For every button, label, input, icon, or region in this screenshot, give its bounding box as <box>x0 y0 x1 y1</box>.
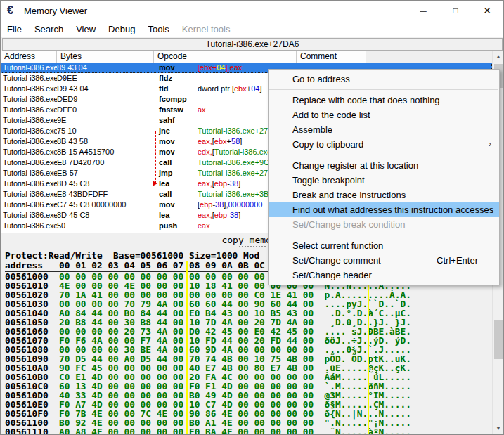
context-menu-item[interactable]: Add to the code list <box>269 108 499 122</box>
disasm-operands: Tutorial-i386.exe+3B10 <box>198 189 278 200</box>
operand-segment: eax, <box>198 137 212 145</box>
disasm-operands: Tutorial-i386.exe+27E <box>198 168 273 178</box>
disasm-bytes-cell: E8 7D420700 <box>57 157 155 168</box>
close-button[interactable]: ✕ <box>471 1 503 21</box>
disasm-mnemonic: mov <box>159 136 197 147</box>
context-menu-item[interactable]: Toggle breakpoint <box>269 173 499 188</box>
context-menu-item[interactable]: Go to address <box>269 72 499 86</box>
context-menu-item[interactable]: Assemble <box>269 122 499 137</box>
operand-segment: ebp <box>214 179 227 188</box>
disasm-mnemonic: fldz <box>159 73 197 84</box>
menu-shortcut: Ctrl+Enter <box>437 253 478 268</box>
operand-segment: 04 <box>251 84 259 93</box>
menu-item-debug[interactable]: Debug <box>102 22 141 37</box>
disasm-mnemonic: push <box>159 221 197 231</box>
disasm-mnemonic: lea <box>159 210 197 221</box>
disasm-mnemonic: fnstsw <box>159 105 197 115</box>
disasm-bytes-cell: 8B 15 A4515700 <box>57 147 155 157</box>
disasm-address-cell: Tutorial-i386.exe <box>3 200 57 210</box>
menu-item-kernel-tools: Kernel tools <box>176 22 237 37</box>
disasm-operands: Tutorial-i386.exe+9C04 <box>198 157 278 168</box>
submenu-arrow-icon: › <box>489 137 491 152</box>
splitter-grip[interactable] <box>239 246 266 247</box>
operand-segment: [ebx+ <box>198 63 217 72</box>
disasm-operands: eax,[ebx+58] <box>198 136 242 147</box>
menu-item-view[interactable]: View <box>70 22 102 37</box>
operand-segment: 04 <box>217 63 225 72</box>
operand-segment: ],eax <box>225 63 242 72</box>
disasm-mnemonic: call <box>159 157 197 168</box>
disasm-operands: eax <box>198 221 210 231</box>
context-menu-item[interactable]: Set/Change commentCtrl+Enter <box>269 253 499 268</box>
column-header-comment: Comment <box>297 51 366 63</box>
disasm-bytes-cell: 89 43 04 <box>57 63 155 73</box>
operand-segment: Tutorial-i386.exe+9C04 <box>198 158 278 167</box>
column-header-opcode: Opcode <box>154 51 297 63</box>
context-menu-item[interactable]: Find out what addresses this instruction… <box>269 202 499 217</box>
ascii-group-separator-line <box>368 261 369 435</box>
disasm-operands: [ebp-38],00000000 <box>198 200 262 210</box>
operand-segment: Tutorial-i386.exe+27E <box>198 169 273 177</box>
column-header-bytes: Bytes <box>57 51 154 63</box>
disasm-mnemonic: jmp <box>159 168 197 178</box>
operand-segment: ebp <box>214 211 227 219</box>
operand-segment: ebp <box>200 200 212 209</box>
disasm-address-cell: Tutorial-i386.exe <box>3 105 57 115</box>
hex-dump-list: 00561000 00 00 00 00 00 00 00 00 00 00 0… <box>5 272 411 435</box>
operand-segment: ebx <box>214 137 227 145</box>
operand-segment: eax, <box>198 179 212 188</box>
context-menu-item[interactable]: Replace with code that does nothing <box>269 93 499 108</box>
disasm-operands: eax,[ebp-38] <box>198 178 240 189</box>
hex-row[interactable]: 00561110 A0 A8 4E 00 00 00 00 00 E0 BA 4… <box>5 427 411 435</box>
disasm-mnemonic: call <box>159 189 197 200</box>
disasm-address-cell: Tutorial-i386.exe <box>3 115 57 126</box>
column-header-filler <box>366 51 492 63</box>
context-menu: Go to addressReplace with code that does… <box>268 69 500 285</box>
titlebar[interactable]: € Memory Viewer ─ □ ✕ <box>1 1 503 22</box>
context-menu-item[interactable]: Select current function <box>269 238 499 253</box>
operand-segment: edx, <box>198 148 212 156</box>
disasm-operands: eax,[ebp-38] <box>198 210 240 221</box>
hex-row-bytes-ascii: A0 A8 4E 00 00 00 00 00 E0 BA 4E 00 00 0… <box>49 427 411 435</box>
operand-segment: 58 <box>231 137 240 145</box>
disasm-address-cell: Tutorial-i386.exe <box>3 168 57 178</box>
operand-segment: ] <box>259 84 261 93</box>
minimize-button[interactable]: ─ <box>407 1 439 21</box>
disasm-address-cell: Tutorial-i386.exe <box>3 73 57 84</box>
disasm-address-cell: Tutorial-i386.exe <box>3 94 57 105</box>
disasm-bytes-cell: 50 <box>57 221 155 231</box>
menu-item-file[interactable]: File <box>1 22 28 37</box>
current-address-label: Tutorial-i386.exe+27DA6 <box>206 39 299 49</box>
context-menu-item[interactable]: Change register at this location <box>269 158 499 173</box>
disasm-bytes-cell: 8D 45 C8 <box>57 178 155 189</box>
operand-segment: 38 <box>230 179 238 188</box>
operand-segment: ] <box>238 211 240 219</box>
context-menu-item: Set/Change break condition <box>269 217 499 232</box>
hex-scrollbar-thumb[interactable] <box>494 320 503 359</box>
scroll-up-icon[interactable]: ▲ <box>493 51 504 63</box>
operand-segment: eax, <box>198 211 212 219</box>
menu-separator <box>269 235 498 235</box>
disasm-bytes-cell: 8D 45 C8 <box>57 210 155 221</box>
context-menu-item[interactable]: Break and trace instructions <box>269 188 499 202</box>
menu-item-search[interactable]: Search <box>28 22 70 37</box>
operand-segment: Tutorial-i386.exe+3B10 <box>198 190 278 198</box>
memory-region-info: Protect:Read/Write Base=00561000 Size=10… <box>5 250 259 261</box>
disasm-bytes-cell: D9 43 04 <box>57 84 155 94</box>
operand-segment: Tutorial-i386.exe+ <box>214 148 276 156</box>
maximize-button[interactable]: □ <box>439 1 472 21</box>
jump-arrow-icon <box>153 181 157 186</box>
scroll-down-icon[interactable]: ▼ <box>493 423 504 434</box>
disasm-address-cell: Tutorial-i386.exe <box>3 136 57 147</box>
disasm-column-header: Address Bytes Opcode Comment <box>1 51 492 63</box>
context-menu-item[interactable]: Copy to clipboard› <box>269 137 499 152</box>
disasm-bytes-cell: 9E <box>57 115 155 126</box>
disasm-mnemonic: lea <box>159 178 197 189</box>
menu-item-tools[interactable]: Tools <box>141 22 175 37</box>
disasm-address-cell: Tutorial-i386.exe <box>3 178 57 189</box>
context-menu-item[interactable]: Set/Change header <box>269 268 499 283</box>
disasm-mnemonic: mov <box>159 63 197 73</box>
hex-row-address: 00561110 <box>5 427 49 435</box>
current-address-bar[interactable]: Tutorial-i386.exe+27DA6 <box>2 38 503 51</box>
operand-segment: eax <box>198 221 210 230</box>
